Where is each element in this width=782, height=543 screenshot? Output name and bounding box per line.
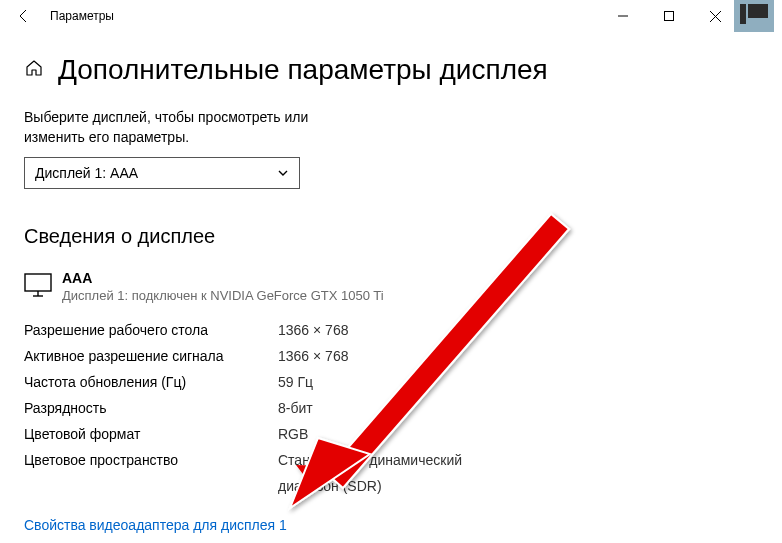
close-icon bbox=[710, 11, 721, 22]
back-button[interactable] bbox=[8, 0, 40, 32]
row-desktop-resolution: Разрешение рабочего стола 1366 × 768 bbox=[24, 317, 758, 343]
section-title: Сведения о дисплее bbox=[24, 225, 758, 248]
svg-rect-4 bbox=[25, 274, 51, 291]
minimize-button[interactable] bbox=[600, 0, 646, 32]
label: Частота обновления (Гц) bbox=[24, 369, 278, 395]
page-title: Дополнительные параметры дисплея bbox=[58, 54, 548, 86]
display-detail: Дисплей 1: подключен к NVIDIA GeForce GT… bbox=[62, 288, 384, 303]
monitor-icon bbox=[24, 273, 52, 301]
arrow-left-icon bbox=[16, 8, 32, 24]
display-name: AAA bbox=[62, 270, 384, 286]
row-color-format: Цветовой формат RGB bbox=[24, 421, 758, 447]
value: 8-бит bbox=[278, 395, 313, 421]
window-title: Параметры bbox=[40, 9, 114, 23]
value: 59 Гц bbox=[278, 369, 313, 395]
maximize-icon bbox=[664, 11, 674, 21]
label: Активное разрешение сигнала bbox=[24, 343, 278, 369]
svg-rect-1 bbox=[665, 12, 674, 21]
row-active-resolution: Активное разрешение сигнала 1366 × 768 bbox=[24, 343, 758, 369]
value: 1366 × 768 bbox=[278, 317, 348, 343]
instruction-text: Выберите дисплей, чтобы просмотреть или … bbox=[24, 108, 364, 147]
row-refresh-rate: Частота обновления (Гц) 59 Гц bbox=[24, 369, 758, 395]
value: RGB bbox=[278, 421, 308, 447]
display-select[interactable]: Дисплей 1: AAA bbox=[24, 157, 300, 189]
label: Цветовое пространство bbox=[24, 447, 278, 499]
display-select-value: Дисплей 1: AAA bbox=[35, 165, 138, 181]
value: 1366 × 768 bbox=[278, 343, 348, 369]
minimize-icon bbox=[618, 11, 628, 21]
label: Разрядность bbox=[24, 395, 278, 421]
maximize-button[interactable] bbox=[646, 0, 692, 32]
value: Стандартный динамический диапазон (SDR) bbox=[278, 447, 462, 499]
chevron-down-icon bbox=[277, 167, 289, 179]
row-color-space: Цветовое пространство Стандартный динами… bbox=[24, 447, 758, 499]
close-button[interactable] bbox=[692, 0, 738, 32]
label: Разрешение рабочего стола bbox=[24, 317, 278, 343]
adapter-properties-link[interactable]: Свойства видеоадаптера для дисплея 1 bbox=[24, 517, 287, 533]
taskbar-thumb bbox=[734, 0, 774, 32]
row-bit-depth: Разрядность 8-бит bbox=[24, 395, 758, 421]
home-icon[interactable] bbox=[24, 58, 44, 82]
label: Цветовой формат bbox=[24, 421, 278, 447]
